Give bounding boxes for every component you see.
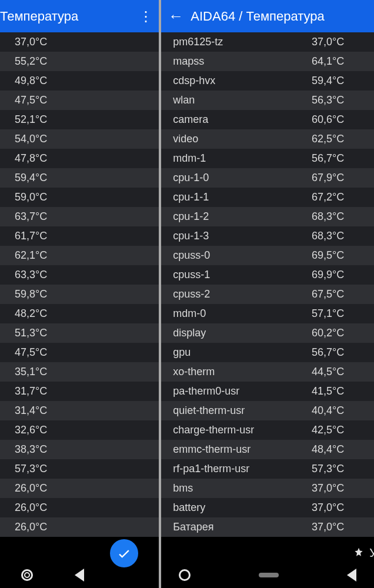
back-icon[interactable] xyxy=(75,569,84,582)
sensor-value: 52,1°C xyxy=(15,113,65,126)
left-title: Температура xyxy=(0,9,133,24)
table-row: 62,1°C xyxy=(0,246,159,265)
sensor-label: battery xyxy=(173,502,312,514)
sensor-value: 59,0°C xyxy=(15,191,65,203)
table-row: 54,0°C xyxy=(0,129,159,149)
left-nav-bar xyxy=(0,562,159,588)
table-row: cpu-1-067,9°C xyxy=(161,168,374,188)
recent-icon[interactable] xyxy=(179,569,191,581)
sensor-value: 56,7°C xyxy=(312,346,362,359)
sensor-label: cpu-1-1 xyxy=(173,191,312,203)
table-row: camera60,6°C xyxy=(161,110,374,129)
right-list[interactable]: pm6125-tz37,0°Cmapss64,1°Ccdsp-hvx59,4°C… xyxy=(161,32,374,537)
sensor-value: 37,0°C xyxy=(312,502,362,514)
sensor-value: 69,5°C xyxy=(312,249,362,262)
sensor-value: 48,2°C xyxy=(15,308,65,320)
table-row: mdm-057,1°C xyxy=(161,304,374,323)
table-row: gpu56,7°C xyxy=(161,343,374,362)
table-row: 26,0°C xyxy=(0,479,159,498)
back-icon[interactable] xyxy=(347,569,356,582)
back-arrow-icon[interactable]: ← xyxy=(161,7,191,25)
table-row: 63,3°C xyxy=(0,265,159,285)
table-row: wlan56,3°C xyxy=(161,91,374,110)
sensor-label: video xyxy=(173,133,312,145)
sensor-value: 47,5°C xyxy=(15,346,65,359)
sensor-value: 59,4°C xyxy=(15,172,65,184)
table-row: 26,0°C xyxy=(0,517,159,537)
table-row: 61,7°C xyxy=(0,226,159,246)
sensor-value: 26,0°C xyxy=(15,482,65,495)
sensor-label: display xyxy=(173,327,312,339)
sensor-value: 68,3°C xyxy=(312,230,362,242)
sensor-value: 31,7°C xyxy=(15,385,65,397)
sensor-value: 47,5°C xyxy=(15,94,65,106)
sensor-label: xo-therm xyxy=(173,366,312,378)
sensor-label: mdm-0 xyxy=(173,308,312,320)
left-list[interactable]: 37,0°C55,2°C49,8°C47,5°C52,1°C54,0°C47,8… xyxy=(0,32,159,537)
table-row: 51,3°C xyxy=(0,323,159,343)
sensor-value: 37,0°C xyxy=(15,36,65,48)
sensor-value: 57,3°C xyxy=(312,463,362,475)
table-row: cpu-1-167,2°C xyxy=(161,188,374,207)
table-row: display60,2°C xyxy=(161,323,374,343)
sensor-label: quiet-therm-usr xyxy=(173,405,312,417)
sensor-value: 62,1°C xyxy=(15,249,65,262)
table-row: 31,4°C xyxy=(0,401,159,420)
sensor-label: emmc-therm-usr xyxy=(173,443,312,456)
sensor-value: 54,0°C xyxy=(15,133,65,145)
right-pane: ← AIDA64 / Температура pm6125-tz37,0°Cma… xyxy=(161,0,374,588)
sensor-value: 59,8°C xyxy=(15,288,65,300)
table-row: cpu-1-368,3°C xyxy=(161,226,374,246)
sensor-value: 61,7°C xyxy=(15,230,65,242)
sensor-value: 26,0°C xyxy=(15,521,65,533)
sensor-value: 64,1°C xyxy=(312,55,362,68)
sensor-value: 41,5°C xyxy=(312,385,362,397)
table-row: 47,5°C xyxy=(0,343,159,362)
sensor-value: 47,8°C xyxy=(15,152,65,165)
sensor-value: 55,2°C xyxy=(15,55,65,68)
sensor-label: camera xyxy=(173,113,312,126)
right-nav-bar xyxy=(161,562,374,588)
table-row: 59,8°C xyxy=(0,285,159,304)
table-row: mdm-156,7°C xyxy=(161,149,374,168)
sensor-value: 35,1°C xyxy=(15,366,65,378)
table-row: 31,7°C xyxy=(0,382,159,401)
sensor-value: 59,4°C xyxy=(312,75,362,87)
pill-label: Улучшение xyxy=(369,546,374,560)
table-row: charge-therm-usr42,5°C xyxy=(161,420,374,440)
table-row: emmc-therm-usr48,4°C xyxy=(161,440,374,459)
sensor-label: Батарея xyxy=(173,521,312,533)
table-row: quiet-therm-usr40,4°C xyxy=(161,401,374,420)
sensor-value: 26,0°C xyxy=(15,502,65,514)
sensor-label: mdm-1 xyxy=(173,152,312,165)
sensor-value: 31,4°C xyxy=(15,405,65,417)
sensor-value: 48,4°C xyxy=(312,443,362,456)
overflow-menu-icon[interactable]: ⋮ xyxy=(133,8,159,25)
recent-icon[interactable] xyxy=(21,569,33,581)
sensor-value: 44,5°C xyxy=(312,366,362,378)
sensor-value: 67,5°C xyxy=(312,288,362,300)
sensor-value: 37,0°C xyxy=(312,521,362,533)
table-row: battery37,0°C xyxy=(161,498,374,517)
home-icon[interactable] xyxy=(259,573,279,577)
table-row: pa-therm0-usr41,5°C xyxy=(161,382,374,401)
table-row: 63,7°C xyxy=(0,207,159,226)
sensor-label: cpu-1-3 xyxy=(173,230,312,242)
table-row: 49,8°C xyxy=(0,71,159,91)
sensor-label: cdsp-hvx xyxy=(173,75,312,87)
sensor-value: 60,6°C xyxy=(312,113,362,126)
sensor-label: cpuss-2 xyxy=(173,288,312,300)
table-row: 57,3°C xyxy=(0,459,159,479)
sensor-value: 51,3°C xyxy=(15,327,65,339)
table-row: 37,0°C xyxy=(0,32,159,52)
sensor-label: charge-therm-usr xyxy=(173,424,312,436)
sensor-value: 49,8°C xyxy=(15,75,65,87)
star-icon xyxy=(353,547,365,559)
sensor-label: cpu-1-2 xyxy=(173,211,312,223)
table-row: 26,0°C xyxy=(0,498,159,517)
sensor-value: 40,4°C xyxy=(312,405,362,417)
sensor-value: 60,2°C xyxy=(312,327,362,339)
table-row: rf-pa1-therm-usr57,3°C xyxy=(161,459,374,479)
left-pane: Температура ⋮ 37,0°C55,2°C49,8°C47,5°C52… xyxy=(0,0,159,588)
sensor-value: 62,5°C xyxy=(312,133,362,145)
